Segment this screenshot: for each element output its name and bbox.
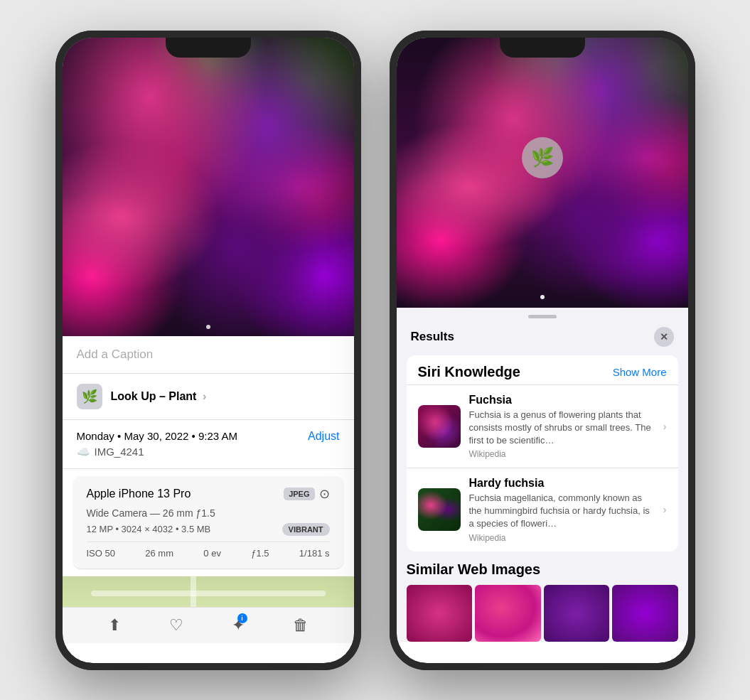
show-more-button[interactable]: Show More bbox=[613, 366, 667, 378]
similar-image-4[interactable] bbox=[612, 585, 678, 642]
power-button-r[interactable] bbox=[695, 187, 695, 258]
volume-down-button[interactable] bbox=[55, 222, 56, 272]
bottom-toolbar: ⬆ ♡ ✦ i 🗑 bbox=[63, 607, 354, 643]
volume-up-button-r[interactable] bbox=[390, 158, 390, 208]
knowledge-item-fuchsia[interactable]: Fuchsia Fuchsia is a genus of flowering … bbox=[407, 384, 678, 468]
wide-camera-text: Wide Camera — 26 mm ƒ1.5 bbox=[87, 507, 330, 519]
notch-right bbox=[500, 38, 585, 58]
cloud-icon: ☁️ bbox=[77, 446, 90, 458]
results-title: Results bbox=[411, 330, 454, 344]
map-road-h bbox=[91, 591, 326, 596]
home-indicator-right bbox=[500, 648, 585, 652]
jpeg-badge: JPEG bbox=[284, 488, 314, 500]
lookup-row[interactable]: 🌿 Look Up – Plant › bbox=[63, 374, 354, 420]
camera-section: Apple iPhone 13 Pro JPEG ⊙ Wide Camera —… bbox=[73, 476, 344, 569]
camera-model-row: Apple iPhone 13 Pro JPEG ⊙ bbox=[87, 486, 330, 502]
exif-row: ISO 50 26 mm 0 ev ƒ1.5 1/181 s bbox=[87, 542, 330, 559]
heart-button[interactable]: ♡ bbox=[169, 616, 183, 635]
chevron-right-icon-fuchsia: › bbox=[663, 421, 667, 432]
aperture-value: ƒ1.5 bbox=[251, 548, 269, 559]
chevron-right-icon-hardy: › bbox=[663, 504, 667, 515]
similar-image-2[interactable] bbox=[475, 585, 541, 642]
adjust-button[interactable]: Adjust bbox=[308, 430, 339, 443]
results-header: Results ✕ bbox=[397, 318, 688, 355]
lookup-label: Look Up – Plant › bbox=[111, 390, 207, 403]
section-header: Siri Knowledge Show More bbox=[407, 355, 678, 384]
page-dot bbox=[206, 325, 210, 329]
siri-knowledge-section: Siri Knowledge Show More Fuchsia Fuchsia… bbox=[407, 355, 678, 551]
ev-value: 0 ev bbox=[203, 548, 221, 559]
date-text: Monday • May 30, 2022 • 9:23 AM bbox=[77, 430, 237, 442]
iso-value: ISO 50 bbox=[87, 548, 115, 559]
siri-visual-lookup-icon[interactable]: 🌿 bbox=[522, 137, 563, 178]
right-phone-frame: 🌿 Results ✕ Siri Knowledge Show More bbox=[390, 31, 695, 670]
caption-area[interactable]: Add a Caption bbox=[63, 336, 354, 374]
hardy-text: Hardy fuchsia Fuchsia magellanica, commo… bbox=[469, 477, 655, 543]
hardy-thumb-image bbox=[418, 488, 461, 531]
photo-view[interactable] bbox=[63, 38, 354, 336]
fuchsia-thumbnail bbox=[418, 405, 461, 448]
fuchsia-text: Fuchsia Fuchsia is a genus of flowering … bbox=[469, 394, 655, 460]
similar-title: Similar Web Images bbox=[407, 561, 678, 578]
lookup-bold: Look Up – bbox=[111, 390, 166, 402]
siri-knowledge-title: Siri Knowledge bbox=[418, 364, 520, 380]
lookup-icon: 🌿 bbox=[77, 384, 102, 409]
location-icon: ⊙ bbox=[319, 486, 330, 502]
fuchsia-description: Fuchsia is a genus of flowering plants t… bbox=[469, 409, 655, 448]
flower-photo bbox=[63, 38, 354, 336]
volume-up-button[interactable] bbox=[55, 158, 56, 208]
camera-model: Apple iPhone 13 Pro bbox=[87, 488, 191, 500]
similar-section: Similar Web Images bbox=[397, 561, 688, 642]
lookup-normal: Plant bbox=[168, 390, 196, 402]
similar-image-1[interactable] bbox=[407, 585, 473, 642]
notch bbox=[166, 38, 251, 58]
right-photo-view[interactable]: 🌿 bbox=[397, 38, 688, 308]
power-button[interactable] bbox=[360, 187, 361, 258]
right-phone-screen: 🌿 Results ✕ Siri Knowledge Show More bbox=[397, 38, 688, 663]
hardy-thumbnail bbox=[418, 488, 461, 531]
hardy-source: Wikipedia bbox=[469, 533, 655, 543]
phones-container: Add a Caption 🌿 Look Up – Plant › Monday… bbox=[55, 31, 695, 670]
info-section: Monday • May 30, 2022 • 9:23 AM Adjust ☁… bbox=[63, 420, 354, 469]
focal-value: 26 mm bbox=[145, 548, 173, 559]
home-indicator bbox=[166, 648, 251, 652]
siri-dot bbox=[540, 295, 545, 299]
close-button[interactable]: ✕ bbox=[654, 327, 674, 347]
date-row: Monday • May 30, 2022 • 9:23 AM Adjust bbox=[77, 430, 340, 443]
shutter-value: 1/181 s bbox=[299, 548, 330, 559]
mp-row: 12 MP • 3024 × 4032 • 3.5 MB VIBRANT bbox=[87, 523, 330, 536]
chevron-right-icon: › bbox=[203, 390, 206, 402]
mp-text: 12 MP • 3024 × 4032 • 3.5 MB bbox=[87, 524, 211, 534]
fuchsia-source: Wikipedia bbox=[469, 449, 655, 459]
filename: IMG_4241 bbox=[95, 446, 144, 458]
share-button[interactable]: ⬆ bbox=[108, 616, 121, 635]
caption-placeholder[interactable]: Add a Caption bbox=[77, 348, 154, 361]
left-phone-frame: Add a Caption 🌿 Look Up – Plant › Monday… bbox=[55, 31, 361, 670]
similar-image-3[interactable] bbox=[544, 585, 610, 642]
info-badge: i bbox=[237, 613, 247, 623]
filename-row: ☁️ IMG_4241 bbox=[77, 446, 340, 458]
hardy-description: Fuchsia magellanica, commonly known as t… bbox=[469, 492, 655, 531]
knowledge-item-hardy[interactable]: Hardy fuchsia Fuchsia magellanica, commo… bbox=[407, 468, 678, 551]
fuchsia-thumb-image bbox=[418, 405, 461, 448]
hardy-name: Hardy fuchsia bbox=[469, 477, 655, 490]
results-panel: Results ✕ Siri Knowledge Show More bbox=[397, 308, 688, 642]
format-badge: JPEG ⊙ bbox=[284, 486, 329, 502]
volume-down-button-r[interactable] bbox=[390, 222, 390, 272]
similar-images-row bbox=[407, 585, 678, 642]
left-phone-screen: Add a Caption 🌿 Look Up – Plant › Monday… bbox=[63, 38, 354, 663]
info-button[interactable]: ✦ i bbox=[232, 616, 245, 635]
fuchsia-name: Fuchsia bbox=[469, 394, 655, 406]
trash-button[interactable]: 🗑 bbox=[293, 616, 309, 635]
vibrant-badge: VIBRANT bbox=[282, 523, 330, 536]
